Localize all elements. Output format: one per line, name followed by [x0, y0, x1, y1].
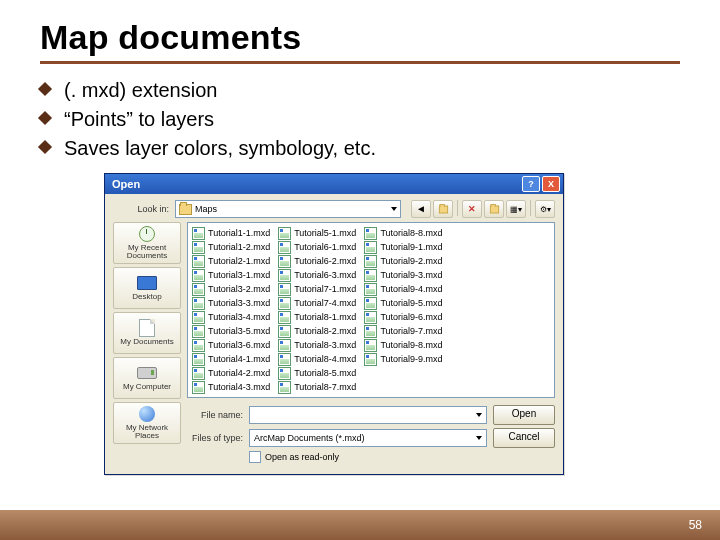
- lookin-dropdown[interactable]: Maps: [175, 200, 401, 218]
- file-name: Tutorial7-4.mxd: [294, 298, 356, 308]
- file-item[interactable]: Tutorial9-3.mxd: [364, 268, 442, 282]
- file-item[interactable]: Tutorial9-7.mxd: [364, 324, 442, 338]
- file-name: Tutorial8-7.mxd: [294, 382, 356, 392]
- file-name: Tutorial9-4.mxd: [380, 284, 442, 294]
- new-folder-button[interactable]: [484, 200, 504, 218]
- file-item[interactable]: Tutorial4-2.mxd: [192, 366, 270, 380]
- views-button[interactable]: ▦▾: [506, 200, 526, 218]
- mxd-file-icon: [364, 339, 377, 352]
- mxd-file-icon: [364, 255, 377, 268]
- toolbar-separator: [457, 200, 458, 216]
- file-item[interactable]: Tutorial7-4.mxd: [278, 296, 356, 310]
- chevron-down-icon: [476, 436, 482, 440]
- place-desktop[interactable]: Desktop: [113, 267, 181, 309]
- file-name: Tutorial1-2.mxd: [208, 242, 270, 252]
- file-item[interactable]: Tutorial2-1.mxd: [192, 254, 270, 268]
- file-item[interactable]: Tutorial4-3.mxd: [192, 380, 270, 394]
- file-item[interactable]: Tutorial3-6.mxd: [192, 338, 270, 352]
- file-item[interactable]: Tutorial8-4.mxd: [278, 352, 356, 366]
- file-name: Tutorial7-1.mxd: [294, 284, 356, 294]
- bullet-text: “Points” to layers: [64, 105, 214, 134]
- file-item[interactable]: Tutorial9-2.mxd: [364, 254, 442, 268]
- file-name: Tutorial2-1.mxd: [208, 256, 270, 266]
- file-item[interactable]: Tutorial5-1.mxd: [278, 226, 356, 240]
- file-item[interactable]: Tutorial8-7.mxd: [278, 380, 356, 394]
- file-item[interactable]: Tutorial9-1.mxd: [364, 240, 442, 254]
- filename-label: File name:: [187, 410, 243, 420]
- places-bar: My Recent Documents Desktop My Documents: [113, 222, 181, 466]
- file-item[interactable]: Tutorial3-4.mxd: [192, 310, 270, 324]
- cancel-button[interactable]: Cancel: [493, 428, 555, 448]
- open-dialog: Open ? X Look in: Maps ◄: [104, 173, 564, 475]
- file-name: Tutorial5-1.mxd: [294, 228, 356, 238]
- mxd-file-icon: [364, 241, 377, 254]
- documents-icon: [139, 319, 155, 337]
- place-computer[interactable]: My Computer: [113, 357, 181, 399]
- mxd-file-icon: [192, 297, 205, 310]
- file-item[interactable]: Tutorial3-5.mxd: [192, 324, 270, 338]
- place-recent[interactable]: My Recent Documents: [113, 222, 181, 264]
- folder-icon: [179, 204, 192, 215]
- tools-button[interactable]: ⚙▾: [535, 200, 555, 218]
- file-item[interactable]: Tutorial7-1.mxd: [278, 282, 356, 296]
- file-name: Tutorial4-2.mxd: [208, 368, 270, 378]
- open-button[interactable]: Open: [493, 405, 555, 425]
- mxd-file-icon: [364, 311, 377, 324]
- file-item[interactable]: Tutorial3-2.mxd: [192, 282, 270, 296]
- file-name: Tutorial9-1.mxd: [380, 242, 442, 252]
- file-item[interactable]: Tutorial6-1.mxd: [278, 240, 356, 254]
- new-folder-icon: [489, 205, 498, 213]
- file-item[interactable]: Tutorial1-1.mxd: [192, 226, 270, 240]
- file-item[interactable]: Tutorial3-1.mxd: [192, 268, 270, 282]
- file-name: Tutorial8-2.mxd: [294, 326, 356, 336]
- dialog-titlebar: Open ? X: [105, 174, 563, 194]
- mxd-file-icon: [278, 325, 291, 338]
- place-label: My Computer: [123, 383, 171, 391]
- place-label: My Recent Documents: [114, 244, 180, 261]
- file-item[interactable]: Tutorial8-2.mxd: [278, 324, 356, 338]
- views-icon: ▦▾: [510, 205, 522, 214]
- filetype-dropdown[interactable]: ArcMap Documents (*.mxd): [249, 429, 487, 447]
- file-name: Tutorial9-5.mxd: [380, 298, 442, 308]
- file-item[interactable]: Tutorial9-5.mxd: [364, 296, 442, 310]
- file-item[interactable]: Tutorial8-5.mxd: [278, 366, 356, 380]
- mxd-file-icon: [192, 283, 205, 296]
- file-list[interactable]: Tutorial1-1.mxdTutorial1-2.mxdTutorial2-…: [187, 222, 555, 398]
- bullet-list: (. mxd) extension “Points” to layers Sav…: [40, 76, 680, 163]
- file-name: Tutorial8-1.mxd: [294, 312, 356, 322]
- place-documents[interactable]: My Documents: [113, 312, 181, 354]
- folder-up-icon: [438, 205, 447, 213]
- place-label: My Network Places: [114, 424, 180, 441]
- bullet-item: “Points” to layers: [40, 105, 680, 134]
- file-item[interactable]: Tutorial9-9.mxd: [364, 352, 442, 366]
- file-item[interactable]: Tutorial8-8.mxd: [364, 226, 442, 240]
- file-item[interactable]: Tutorial9-8.mxd: [364, 338, 442, 352]
- file-item[interactable]: Tutorial8-3.mxd: [278, 338, 356, 352]
- readonly-checkbox[interactable]: Open as read-only: [249, 451, 339, 463]
- file-item[interactable]: Tutorial6-2.mxd: [278, 254, 356, 268]
- dialog-toolbar: ◄ ✕ ▦▾ ⚙▾: [411, 200, 555, 218]
- file-name: Tutorial9-6.mxd: [380, 312, 442, 322]
- file-col: Tutorial8-8.mxdTutorial9-1.mxdTutorial9-…: [364, 226, 442, 394]
- mxd-file-icon: [192, 311, 205, 324]
- close-button[interactable]: X: [542, 176, 560, 192]
- back-button[interactable]: ◄: [411, 200, 431, 218]
- filename-input[interactable]: [249, 406, 487, 424]
- place-label: My Documents: [120, 338, 173, 346]
- delete-button[interactable]: ✕: [462, 200, 482, 218]
- file-item[interactable]: Tutorial1-2.mxd: [192, 240, 270, 254]
- up-button[interactable]: [433, 200, 453, 218]
- file-item[interactable]: Tutorial9-4.mxd: [364, 282, 442, 296]
- file-item[interactable]: Tutorial6-3.mxd: [278, 268, 356, 282]
- file-item[interactable]: Tutorial8-1.mxd: [278, 310, 356, 324]
- help-button[interactable]: ?: [522, 176, 540, 192]
- file-name: Tutorial6-1.mxd: [294, 242, 356, 252]
- file-name: Tutorial3-1.mxd: [208, 270, 270, 280]
- file-item[interactable]: Tutorial4-1.mxd: [192, 352, 270, 366]
- file-item[interactable]: Tutorial3-3.mxd: [192, 296, 270, 310]
- tools-icon: ⚙▾: [540, 205, 551, 214]
- mxd-file-icon: [192, 381, 205, 394]
- file-item[interactable]: Tutorial9-6.mxd: [364, 310, 442, 324]
- place-network[interactable]: My Network Places: [113, 402, 181, 444]
- bullet-text: (. mxd) extension: [64, 76, 217, 105]
